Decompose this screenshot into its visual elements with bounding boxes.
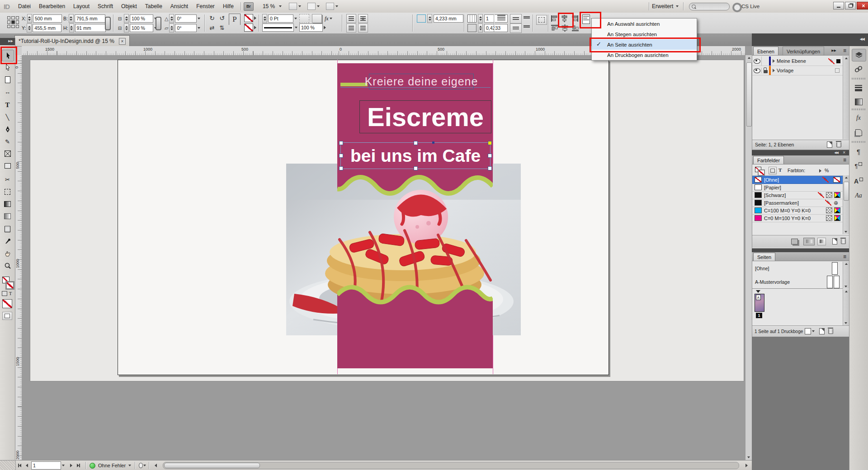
line-tool[interactable]: ╲ xyxy=(2,112,13,122)
farbfelder-close-icon[interactable]: × xyxy=(843,150,845,155)
links-panel-icon[interactable] xyxy=(852,63,865,75)
search-input[interactable] xyxy=(689,3,730,10)
y-field[interactable]: 455,5 mm xyxy=(33,24,61,32)
corner-options-panel-icon[interactable] xyxy=(852,127,865,138)
zoom-level-value[interactable]: 15 % xyxy=(254,0,279,13)
distribute-center-button[interactable] xyxy=(561,24,569,32)
selection-handle[interactable] xyxy=(488,154,492,158)
balance-columns-button[interactable] xyxy=(510,24,522,33)
selection-handle[interactable] xyxy=(339,154,343,158)
headline-text-frame[interactable]: Eiscreme xyxy=(359,100,491,133)
height-field[interactable]: 91 mm xyxy=(75,24,106,32)
subline-text-frame[interactable]: bei uns im Cafe xyxy=(340,142,491,169)
preflight-dropdown-icon[interactable] xyxy=(128,465,131,466)
gap-tool[interactable]: ↔ xyxy=(2,86,13,97)
swatch-row-ohne[interactable]: [Ohne] ✎ xyxy=(752,176,849,184)
effects-panel-icon[interactable]: fx xyxy=(852,112,865,124)
note-tool[interactable] xyxy=(2,224,13,235)
gradient-tool[interactable] xyxy=(2,198,13,209)
layer-visibility-icon[interactable] xyxy=(752,68,761,73)
collapse-dock-icon[interactable]: ◀◀ xyxy=(860,37,864,41)
columns-stepper[interactable] xyxy=(478,14,483,23)
character-styles-panel-icon[interactable]: A xyxy=(852,175,865,187)
panel-expand-icon[interactable]: ▶▶ xyxy=(831,49,836,52)
master-row-ohne[interactable]: [Ohne] xyxy=(752,262,849,275)
seiten-panel-menu-icon[interactable]: ≡ xyxy=(843,254,846,260)
swatch-row-cyan[interactable]: C=100 M=0 Y=0 K=0 xyxy=(752,207,849,215)
next-page-button[interactable] xyxy=(67,462,75,469)
rotation-stepper[interactable] xyxy=(169,14,174,23)
last-page-button[interactable] xyxy=(75,462,82,469)
layer-name[interactable]: Vorlage xyxy=(777,68,793,73)
page-number-dropdown-icon[interactable] xyxy=(62,465,65,466)
layer-row-vorlage[interactable]: Vorlage xyxy=(752,66,849,75)
new-page-icon[interactable] xyxy=(819,328,825,334)
selection-handle-yellow[interactable] xyxy=(488,141,492,145)
height-stepper[interactable] xyxy=(69,24,74,33)
scroll-down-icon[interactable] xyxy=(747,456,750,458)
masters-scrollbar[interactable] xyxy=(843,262,849,289)
workspace-switcher[interactable]: Erweitert xyxy=(649,0,684,13)
stroke-style-field[interactable] xyxy=(262,24,294,32)
selection-handle[interactable] xyxy=(414,166,418,170)
document-tab-close-icon[interactable]: × xyxy=(119,38,126,45)
distribute-top-button[interactable] xyxy=(551,24,558,32)
swatch-row-magenta[interactable]: C=0 M=100 Y=0 K=0 xyxy=(752,214,849,222)
stroke-weight-stepper[interactable] xyxy=(262,14,267,23)
constrain-scale-icon[interactable] xyxy=(156,17,161,30)
layer-lock-cell[interactable] xyxy=(761,56,769,66)
layer-expand-icon[interactable] xyxy=(773,59,775,63)
pen-tool[interactable] xyxy=(2,124,13,135)
rotation-dropdown-icon[interactable] xyxy=(198,18,200,19)
rotation-field[interactable]: 0° xyxy=(175,14,197,23)
farbfelder-scrollbar[interactable] xyxy=(843,175,849,234)
document-tab[interactable]: *Tutorial-Roll-Up-InDesign.indd @ 15 % × xyxy=(14,35,130,47)
paragraph-styles-panel-icon[interactable]: Aa xyxy=(852,190,865,202)
shear-stepper[interactable] xyxy=(169,24,174,33)
fill-color-button[interactable] xyxy=(244,24,253,32)
corner-options-icon[interactable] xyxy=(299,14,309,23)
wrap-none-button[interactable] xyxy=(346,14,356,23)
fill-color-flyout-icon[interactable] xyxy=(254,26,256,29)
hand-tool[interactable] xyxy=(2,248,13,259)
stroke-style-dropdown-icon[interactable] xyxy=(295,27,297,28)
wrap-around-button[interactable] xyxy=(358,14,368,23)
align-right-button[interactable] xyxy=(571,15,579,22)
reference-point-proxy[interactable] xyxy=(7,16,19,28)
gutter-field[interactable]: 0,4233 xyxy=(484,24,508,32)
window-close-button[interactable]: × xyxy=(857,2,868,9)
formatting-text-icon[interactable]: T xyxy=(9,291,12,296)
delete-page-icon[interactable] xyxy=(825,329,836,334)
menu-hilfe[interactable]: Hilfe xyxy=(219,0,238,13)
show-color-swatches-button[interactable] xyxy=(817,238,826,245)
menu-item-an-seite[interactable]: ✓ An Seite ausrichten xyxy=(592,39,697,50)
horizontal-scrollbar[interactable] xyxy=(163,462,739,469)
menu-bearbeiten[interactable]: Bearbeiten xyxy=(35,0,69,13)
tab-seiten[interactable]: Seiten xyxy=(753,253,775,261)
show-all-swatches-button[interactable] xyxy=(803,238,815,245)
flip-vertical-button[interactable]: ⇅ xyxy=(218,24,226,32)
first-page-button[interactable] xyxy=(16,462,23,469)
hscroll-left-icon[interactable] xyxy=(152,462,159,469)
new-swatch-icon[interactable] xyxy=(832,238,837,244)
frame-fitting-icon[interactable] xyxy=(536,15,547,25)
bridge-button[interactable]: Br xyxy=(244,2,254,11)
menu-layout[interactable]: Layout xyxy=(69,0,94,13)
edit-page-size-icon[interactable] xyxy=(805,328,811,334)
vertical-ruler[interactable]: 0 500 1000 1500 2000 xyxy=(15,55,22,460)
eyedropper-tool[interactable] xyxy=(2,236,13,247)
tab-ebenen[interactable]: Ebenen xyxy=(753,47,778,56)
rotate-ccw-button[interactable]: ↺ xyxy=(218,14,226,22)
distribute-bottom-button[interactable] xyxy=(571,24,579,32)
drop-shadow-button[interactable] xyxy=(312,14,322,23)
window-restore-button[interactable] xyxy=(845,2,856,9)
rotate-cw-button[interactable]: ↻ xyxy=(208,14,216,22)
farbfelder-panel-menu-icon[interactable]: ≡ xyxy=(843,157,846,163)
shear-dropdown-icon[interactable] xyxy=(198,27,200,29)
menu-ansicht[interactable]: Ansicht xyxy=(166,0,192,13)
menu-fenster[interactable]: Fenster xyxy=(192,0,219,13)
formatting-container-icon[interactable] xyxy=(2,291,7,296)
tools-panel-header[interactable]: ▶▶ xyxy=(0,38,15,45)
window-minimize-button[interactable] xyxy=(833,2,844,9)
page-thumbnail[interactable]: A xyxy=(755,294,764,312)
